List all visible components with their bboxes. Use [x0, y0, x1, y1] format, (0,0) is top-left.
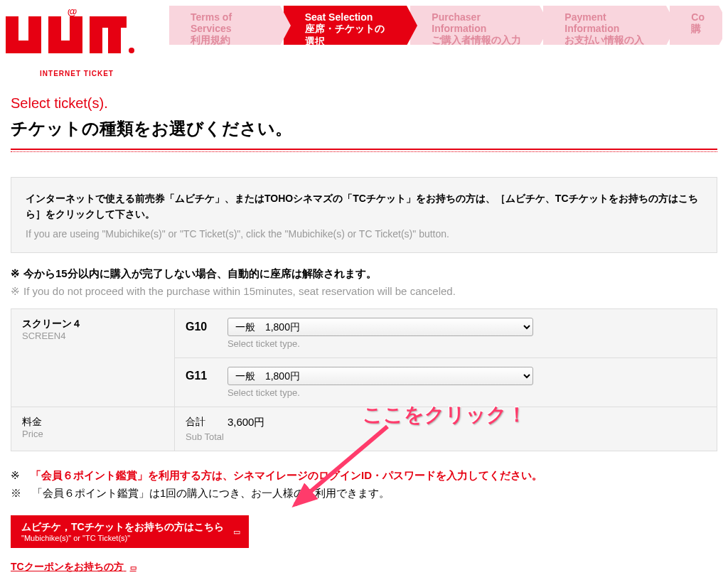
svg-text:@: @ — [68, 9, 77, 17]
seat-cell: G11 一般 1,800円 Select ticket type. — [175, 358, 717, 407]
mubichike-button[interactable]: ムビチケ，TCチケットをお持ちの方はこちら "Mubichike(s)" or … — [11, 515, 249, 548]
header: @ INTERNET TICKET Terms of Services 利用規約… — [0, 0, 728, 81]
progress-steps: Terms of Services 利用規約 Seat Selection 座席… — [169, 6, 722, 45]
screen-cell: スクリーン４ SCREEN4 — [11, 308, 175, 407]
subtotal-label-en: Sub Total — [186, 431, 706, 442]
button-label-en: "Mubichike(s)" or "TC Ticket(s)" — [21, 534, 224, 542]
info-text-jp: インターネットで使える前売券「ムビチケ」、またはTOHOシネマズの「TCチケット… — [26, 190, 702, 222]
price-label-cell: 料金 Price — [11, 407, 175, 451]
notice-timeout: ※今から15分以内に購入が完了しない場合、自動的に座席は解除されます。 ※If … — [11, 267, 717, 298]
svg-rect-9 — [108, 16, 121, 53]
step-terms: Terms of Services 利用規約 — [169, 6, 280, 45]
ticket-icon: ▭ — [233, 527, 240, 536]
notice-text: If you do not proceed with the purchase … — [23, 285, 456, 297]
page-title-en: Select ticket(s). — [11, 95, 717, 112]
asterisk-icon: ※ — [11, 285, 20, 297]
subtotal-label-jp: 合計 — [186, 416, 205, 427]
info-text-en: If you are useing "Mubichike(s)" or "TC … — [26, 228, 702, 240]
asterisk-icon: ※ — [11, 267, 20, 279]
price-label-jp: 料金 — [22, 416, 164, 429]
screen-name-en: SCREEN4 — [22, 331, 164, 341]
step-label-en: Terms of Services — [191, 11, 266, 34]
step-label-en: Payment Information — [564, 11, 652, 34]
page-title-jp: チケットの種類をお選びください。 — [11, 117, 717, 150]
info-box: インターネットで使える前売券「ムビチケ」、またはTOHOシネマズの「TCチケット… — [11, 177, 717, 253]
divider — [11, 151, 717, 152]
svg-line-12 — [295, 426, 387, 505]
annotation-arrow-icon — [284, 416, 412, 515]
step-label-jp: ご購入者情報の入力 — [432, 34, 525, 45]
select-hint: Select ticket type. — [228, 338, 533, 349]
seat-code: G11 — [186, 367, 225, 382]
logo: @ INTERNET TICKET — [6, 6, 148, 81]
step-payment: Payment Information お支払い情報の入力 — [543, 6, 666, 45]
price-value: 3,600円 — [228, 416, 265, 428]
coupon-link[interactable]: TCクーポンをお持ちの方 ▭ — [11, 561, 136, 574]
step-label-jp: 利用規約 — [191, 34, 266, 45]
step-label-jp: 購 — [691, 23, 705, 36]
svg-point-10 — [129, 48, 134, 53]
svg-rect-2 — [6, 41, 41, 53]
step-label-jp: お支払い情報の入力 — [564, 34, 652, 45]
screen-name-jp: スクリーン４ — [22, 318, 164, 331]
step-confirm: Co 購 — [670, 6, 719, 45]
seat-code: G10 — [186, 318, 225, 333]
notice-text: 今から15分以内に購入が完了しない場合、自動的に座席は解除されます。 — [23, 267, 377, 279]
ticket-type-select[interactable]: 一般 1,800円 — [228, 318, 533, 336]
button-label-jp: ムビチケ，TCチケットをお持ちの方はこちら — [21, 521, 224, 534]
seat-cell: G10 一般 1,800円 Select ticket type. — [175, 308, 717, 358]
select-hint: Select ticket type. — [228, 387, 533, 398]
logo-main: @ — [6, 9, 148, 66]
step-purchaser: Purchaser Information ご購入者情報の入力 — [410, 6, 540, 45]
step-seat-selection: Seat Selection 座席・チケットの選択 — [284, 6, 407, 45]
price-label-en: Price — [22, 429, 164, 439]
step-label-en: Purchaser Information — [432, 11, 525, 34]
step-label-en: Co — [691, 11, 705, 23]
step-label-en: Seat Selection — [305, 11, 393, 23]
table-row: スクリーン４ SCREEN4 G10 一般 1,800円 Select tick… — [11, 308, 717, 358]
link-text: TCクーポンをお持ちの方 — [11, 561, 124, 572]
ticket-icon: ▭ — [130, 564, 136, 571]
notice-en: ※If you do not proceed with the purchase… — [11, 285, 717, 298]
logo-subtitle: INTERNET TICKET — [6, 70, 148, 77]
asterisk-icon: ※ — [11, 469, 20, 481]
step-label-jp: 座席・チケットの選択 — [305, 23, 393, 45]
notice-jp: ※今から15分以内に購入が完了しない場合、自動的に座席は解除されます。 — [11, 267, 717, 281]
ticket-type-select[interactable]: 一般 1,800円 — [228, 367, 533, 385]
svg-rect-6 — [48, 41, 82, 53]
